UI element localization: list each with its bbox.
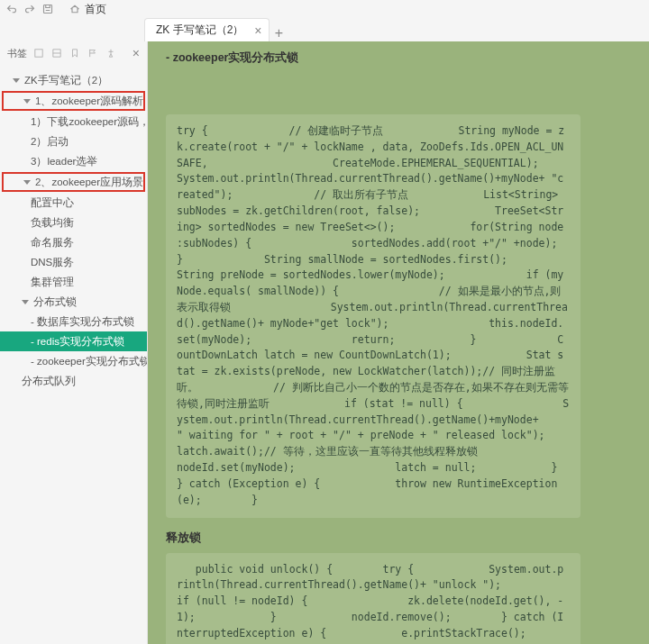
sidebar: 书签 × ZK手写笔记（2） 1、zookeeper源码解析 1）下载zooke… <box>0 41 148 644</box>
tree-item-db-lock[interactable]: - 数据库实现分布式锁 <box>0 312 147 331</box>
svg-rect-1 <box>35 50 42 57</box>
app-toolbar: 首页 <box>0 0 649 18</box>
close-sidebar-icon[interactable]: × <box>133 46 140 60</box>
chevron-down-icon <box>13 78 20 83</box>
tree-item-redis-lock[interactable]: - redis实现分布式锁 <box>0 331 147 351</box>
tree-item-load-balance[interactable]: 负载均衡 <box>0 213 147 232</box>
tree-item-dist-lock[interactable]: 分布式锁 <box>0 292 147 312</box>
tree-root[interactable]: ZK手写笔记（2） <box>0 70 147 90</box>
svg-rect-0 <box>44 5 52 14</box>
tree-item-leader-election[interactable]: 3）leader选举 <box>0 151 147 171</box>
tree-item-source-analysis[interactable]: 1、zookeeper源码解析 <box>2 91 145 111</box>
document-tab[interactable]: ZK 手写笔记（2） × <box>144 18 270 41</box>
close-tab-icon[interactable]: × <box>254 24 261 37</box>
tree-item-startup[interactable]: 2）启动 <box>0 132 147 151</box>
heading-release-lock: 释放锁 <box>166 531 580 546</box>
redo-icon[interactable] <box>23 3 36 15</box>
bookmark-icon[interactable] <box>70 48 81 59</box>
tree-item-use-cases[interactable]: 2、zookeeper应用场景 <box>2 172 145 192</box>
chevron-down-icon <box>22 300 29 304</box>
home-icon <box>69 3 81 15</box>
tab-bar: ZK 手写笔记（2） × + <box>0 18 649 41</box>
flag-icon[interactable] <box>88 48 99 59</box>
tree-item-download-source[interactable]: 1）下载zookeeper源码，... <box>0 112 147 132</box>
pin-icon[interactable] <box>106 48 117 59</box>
expand-icon[interactable] <box>34 48 45 59</box>
home-tab[interactable]: 首页 <box>69 2 106 17</box>
undo-icon[interactable] <box>5 3 18 15</box>
content-area[interactable]: - zookeeper实现分布式锁 try { // 创建临时子节点 Strin… <box>148 41 649 644</box>
home-label: 首页 <box>85 2 106 17</box>
tab-title: ZK 手写笔记（2） <box>156 23 243 38</box>
code-block-acquire-lock: try { // 创建临时子节点 String myNode = zk.crea… <box>166 114 580 518</box>
tree-item-naming-service[interactable]: 命名服务 <box>0 232 147 252</box>
add-tab-button[interactable]: + <box>270 25 288 41</box>
collapse-icon[interactable] <box>52 48 63 59</box>
tree-item-dist-queue[interactable]: 分布式队列 <box>0 371 147 391</box>
save-icon[interactable] <box>41 3 54 15</box>
tree-item-cluster-mgmt[interactable]: 集群管理 <box>0 272 147 292</box>
code-block-release-lock: public void unlock() { try { System.out.… <box>166 553 580 645</box>
bookmark-label: 书签 <box>7 47 27 60</box>
chevron-down-icon <box>23 99 31 104</box>
outline-tree: ZK手写笔记（2） 1、zookeeper源码解析 1）下载zookeeper源… <box>0 65 147 391</box>
tree-item-zk-lock[interactable]: - zookeeper实现分布式锁 <box>0 351 147 371</box>
tree-item-config-center[interactable]: 配置中心 <box>0 193 147 213</box>
article-title: - zookeeper实现分布式锁 <box>166 50 580 66</box>
tree-item-dns-service[interactable]: DNS服务 <box>0 252 147 272</box>
chevron-down-icon <box>23 180 31 185</box>
bookmark-toolbar: 书签 × <box>0 41 147 65</box>
